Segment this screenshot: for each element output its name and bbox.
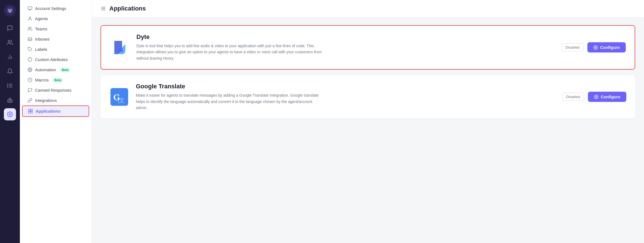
sidebar-item-macros-label: Macros <box>35 78 49 82</box>
svg-point-3 <box>9 11 11 12</box>
contacts-nav-icon[interactable] <box>4 36 16 49</box>
content-area: Dyte Dyte is tool that helps you to add … <box>92 17 644 243</box>
list-nav-icon[interactable] <box>4 80 16 92</box>
svg-rect-36 <box>117 48 123 52</box>
sidebar-item-applications-label: Applications <box>36 109 60 113</box>
svg-rect-30 <box>31 109 32 111</box>
sidebar-item-labels[interactable]: Labels <box>22 44 89 54</box>
dyte-logo <box>110 38 130 57</box>
svg-point-16 <box>10 101 11 101</box>
automation-icon <box>28 67 32 72</box>
sidebar-item-inboxes[interactable]: Inboxes <box>22 34 89 44</box>
svg-rect-29 <box>28 109 30 111</box>
svg-point-13 <box>7 87 8 88</box>
svg-point-0 <box>7 7 13 14</box>
sidebar-item-canned-responses-label: Canned Responses <box>35 88 72 93</box>
page-title: Applications <box>109 5 146 12</box>
settings-nav-icon[interactable] <box>4 108 16 120</box>
dyte-description: Dyte is tool that helps you to add live … <box>136 43 324 61</box>
google-translate-card: G 文 Google Translate Make it easier for … <box>101 75 635 118</box>
svg-point-15 <box>9 101 9 101</box>
icon-sidebar <box>0 0 20 243</box>
sidebar-item-integrations[interactable]: Integrations <box>22 95 89 105</box>
dyte-configure-label: Configure <box>600 45 620 50</box>
sidebar-item-teams-label: Teams <box>35 27 47 31</box>
custom-attributes-icon <box>28 57 32 62</box>
account-settings-icon <box>28 6 32 11</box>
chat-nav-icon[interactable] <box>4 22 16 34</box>
dyte-name: Dyte <box>136 33 555 41</box>
applications-icon <box>28 109 33 113</box>
app-logo <box>4 4 16 17</box>
sidebar-item-automation[interactable]: Automation Beta <box>22 65 89 75</box>
notifications-nav-icon[interactable] <box>4 65 16 77</box>
sidebar-item-labels-label: Labels <box>35 47 47 52</box>
google-translate-configure-label: Configure <box>601 94 620 99</box>
sidebar-item-account-settings-label: Account Settings <box>35 6 66 11</box>
google-translate-configure-button[interactable]: Configure <box>588 92 626 102</box>
svg-point-4 <box>8 40 10 42</box>
svg-point-21 <box>29 17 31 19</box>
canned-responses-icon <box>28 88 32 93</box>
svg-point-17 <box>9 113 11 115</box>
menu-icon <box>101 6 106 11</box>
sidebar-item-macros[interactable]: Macros Beta <box>22 75 89 85</box>
svg-point-12 <box>7 85 8 86</box>
svg-rect-18 <box>28 7 32 9</box>
sidebar-item-integrations-label: Integrations <box>35 98 57 103</box>
svg-point-1 <box>8 9 10 11</box>
svg-text:文: 文 <box>119 97 125 104</box>
dyte-status-badge: Disabled <box>561 43 584 51</box>
sidebar-item-account-settings[interactable]: Account Settings <box>22 3 89 14</box>
bot-nav-icon[interactable] <box>4 94 16 106</box>
teams-icon <box>28 27 32 31</box>
integrations-icon <box>28 98 32 103</box>
text-sidebar: Account Settings Agents Teams Inboxes <box>20 0 92 243</box>
agents-icon <box>28 16 32 21</box>
macros-icon <box>28 78 32 82</box>
svg-point-11 <box>7 84 8 84</box>
main-content: Applications Dyte Dyte is tool that help… <box>92 0 644 243</box>
sidebar-item-agents[interactable]: Agents <box>22 14 89 24</box>
dyte-actions: Disabled Configure <box>561 42 626 52</box>
automation-beta-badge: Beta <box>60 68 70 72</box>
sidebar-item-canned-responses[interactable]: Canned Responses <box>22 85 89 95</box>
sidebar-item-automation-label: Automation <box>35 67 56 72</box>
dyte-card: Dyte Dyte is tool that helps you to add … <box>101 25 635 70</box>
dyte-configure-gear-icon <box>593 45 598 50</box>
google-translate-description: Make it easier for agents to translate m… <box>136 92 324 111</box>
inboxes-icon <box>28 37 32 41</box>
google-translate-status-badge: Disabled <box>562 93 584 101</box>
svg-point-2 <box>10 9 12 11</box>
sidebar-item-inboxes-label: Inboxes <box>35 37 50 41</box>
google-translate-configure-gear-icon <box>594 95 598 99</box>
sidebar-item-custom-attributes[interactable]: Custom Attributes <box>22 54 89 65</box>
labels-icon <box>28 47 32 52</box>
sidebar-item-applications[interactable]: Applications <box>22 105 89 117</box>
svg-point-22 <box>29 27 30 29</box>
sidebar-item-agents-label: Agents <box>35 16 48 21</box>
page-header: Applications <box>92 0 644 17</box>
macros-beta-badge: Beta <box>52 78 63 82</box>
google-translate-logo: G 文 <box>109 87 129 107</box>
google-translate-info: Google Translate Make it easier for agen… <box>136 83 555 111</box>
svg-rect-31 <box>28 111 30 113</box>
reports-nav-icon[interactable] <box>4 51 16 63</box>
dyte-info: Dyte Dyte is tool that helps you to add … <box>136 33 555 61</box>
svg-point-42 <box>596 96 597 97</box>
dyte-configure-button[interactable]: Configure <box>587 42 626 52</box>
svg-rect-14 <box>8 100 12 102</box>
google-translate-name: Google Translate <box>136 83 555 90</box>
svg-point-27 <box>29 69 30 70</box>
google-translate-actions: Disabled Configure <box>562 92 626 102</box>
svg-rect-32 <box>31 111 32 113</box>
sidebar-item-custom-attributes-label: Custom Attributes <box>35 57 68 62</box>
sidebar-item-teams[interactable]: Teams <box>22 24 89 34</box>
svg-point-37 <box>595 47 596 48</box>
